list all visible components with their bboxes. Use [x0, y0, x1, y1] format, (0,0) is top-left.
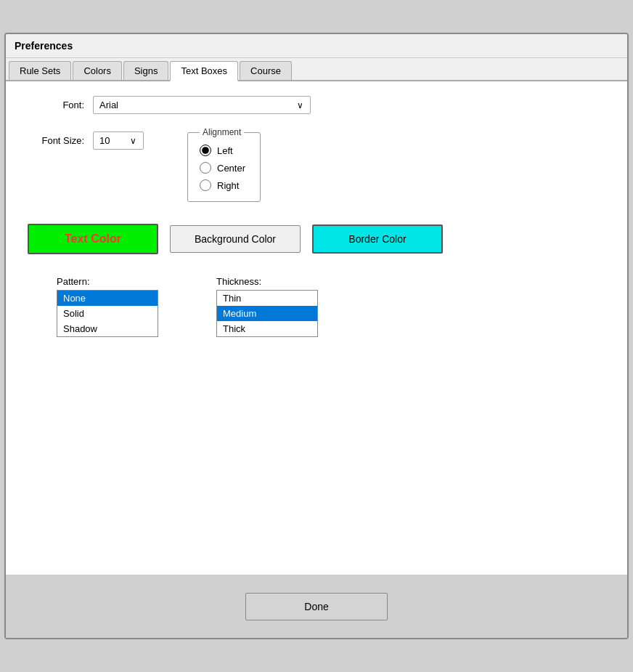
tab-bar: Rule Sets Colors Signs Text Boxes Course [6, 58, 627, 81]
text-color-button[interactable]: Text Color [28, 224, 158, 254]
border-color-button[interactable]: Border Color [312, 224, 443, 254]
lists-row: Pattern: None Solid Shadow Thickness: Th… [28, 276, 605, 337]
tab-text-boxes[interactable]: Text Boxes [170, 61, 238, 81]
footer-area: Done [6, 575, 627, 638]
color-buttons-row: Text Color Background Color Border Color [28, 224, 605, 254]
window-title: Preferences [15, 40, 73, 52]
alignment-center-row: Center [200, 162, 245, 174]
alignment-left-radio[interactable] [200, 145, 211, 156]
pattern-shadow[interactable]: Shadow [57, 321, 158, 336]
thickness-label: Thickness: [216, 276, 318, 287]
font-label: Font: [28, 100, 93, 110]
done-button[interactable]: Done [245, 593, 387, 620]
thickness-thin[interactable]: Thin [217, 291, 317, 306]
alignment-group: Alignment Left Center Right [187, 127, 261, 202]
font-size-select-wrapper: 8 9 10 11 12 14 16 [93, 131, 144, 150]
background-color-button[interactable]: Background Color [170, 225, 301, 253]
pattern-none[interactable]: None [57, 291, 158, 306]
pattern-solid[interactable]: Solid [57, 306, 158, 321]
font-select[interactable]: Arial Times New Roman Verdana Courier Ne… [93, 96, 311, 114]
alignment-right-row: Right [200, 179, 245, 191]
pattern-group: Pattern: None Solid Shadow [57, 276, 158, 337]
alignment-legend: Alignment [200, 127, 244, 137]
thickness-list[interactable]: Thin Medium Thick [216, 290, 318, 337]
alignment-right-label: Right [217, 180, 239, 191]
alignment-center-radio[interactable] [200, 162, 211, 174]
alignment-center-label: Center [217, 163, 245, 174]
title-bar: Preferences [6, 34, 627, 58]
tab-signs[interactable]: Signs [123, 61, 169, 80]
font-size-select[interactable]: 8 9 10 11 12 14 16 [93, 131, 144, 150]
alignment-right-radio[interactable] [200, 179, 211, 191]
font-select-wrapper: Arial Times New Roman Verdana Courier Ne… [93, 96, 311, 114]
pattern-label: Pattern: [57, 276, 158, 287]
thickness-thick[interactable]: Thick [217, 321, 317, 336]
pattern-list[interactable]: None Solid Shadow [57, 290, 158, 337]
tab-course[interactable]: Course [240, 61, 292, 80]
thickness-medium[interactable]: Medium [217, 306, 317, 321]
tab-colors[interactable]: Colors [73, 61, 122, 80]
tab-rule-sets[interactable]: Rule Sets [9, 61, 71, 80]
preferences-window: Preferences Rule Sets Colors Signs Text … [4, 33, 629, 639]
font-row: Font: Arial Times New Roman Verdana Cour… [28, 96, 605, 114]
font-size-label: Font Size: [28, 135, 93, 146]
content-area: Font: Arial Times New Roman Verdana Cour… [6, 81, 627, 575]
alignment-left-row: Left [200, 145, 245, 156]
thickness-group: Thickness: Thin Medium Thick [216, 276, 318, 337]
alignment-left-label: Left [217, 145, 233, 156]
